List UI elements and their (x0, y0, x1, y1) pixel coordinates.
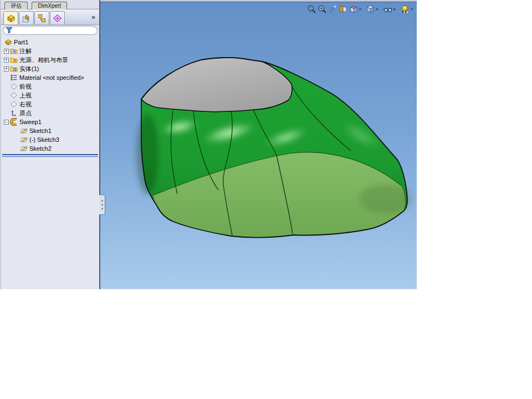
expand-plus-box[interactable]: + (4, 66, 9, 71)
zoom-to-fit-button[interactable] (306, 4, 317, 14)
section-view-icon (339, 4, 348, 14)
tree-item-lights-cameras-scene[interactable]: + 光源、相机与布景 (1, 55, 99, 64)
sweep-feature-icon (10, 118, 18, 126)
tree-item-label: 右视 (19, 100, 32, 109)
featuremanager-tree: Part1 + A 注解 + 光源、相机与布景 (1, 38, 99, 153)
tree-item-origin[interactable]: 原点 (1, 109, 99, 117)
tree-item-sketch1[interactable]: Sketch1 (1, 126, 99, 135)
magic-wand-button[interactable] (328, 4, 338, 14)
dropdown-caret: ▾ (376, 7, 378, 12)
tree-item-label: Part1 (14, 39, 28, 45)
display-style-cube-icon (366, 4, 375, 14)
zoom-to-area-icon (318, 4, 327, 14)
model-top-face[interactable] (141, 58, 292, 112)
commandmanager-tab-strip: 评估 DimXpert (1, 0, 99, 9)
expand-plus-box[interactable]: + (4, 49, 9, 54)
sketch-icon (20, 127, 28, 135)
tree-item-annotations[interactable]: + A 注解 (1, 47, 99, 55)
tree-item-front-plane[interactable]: 前视 (1, 82, 99, 91)
zoom-to-fit-icon (307, 4, 316, 14)
zoom-to-area-button[interactable] (317, 4, 328, 14)
tree-item-label: 光源、相机与布景 (19, 56, 68, 64)
viewport-canvas[interactable] (100, 2, 417, 290)
model-sweep-solid[interactable] (136, 58, 412, 238)
part-icon (4, 38, 12, 46)
origin-icon (10, 109, 18, 117)
display-style-button[interactable]: ▾ (365, 4, 378, 14)
propertymanager-icon (22, 14, 31, 23)
rollback-bar[interactable] (2, 154, 98, 157)
tree-item-sketch3[interactable]: (-) Sketch3 (1, 135, 99, 144)
collapse-minus-box[interactable]: − (4, 120, 9, 125)
panel-splitter-handle[interactable] (99, 195, 105, 215)
graphics-viewport: ▾ ▾ ▾ (100, 2, 417, 289)
material-icon (10, 74, 18, 81)
plane-icon (10, 100, 18, 108)
tree-item-label: 上视 (19, 91, 32, 100)
tree-item-label: Sketch1 (29, 127, 52, 134)
filter-input[interactable] (13, 27, 94, 34)
tree-item-material[interactable]: Material <not specified> (1, 73, 99, 82)
tree-item-part1[interactable]: Part1 (1, 38, 99, 47)
sketch-icon (20, 145, 28, 152)
appearance-sphere-icon (400, 4, 410, 14)
hide-show-items-button[interactable]: ▾ (382, 4, 396, 14)
view-orientation-cube-icon (349, 4, 359, 14)
dropdown-caret: ▾ (359, 7, 361, 12)
tab-dimxpert[interactable]: DimXpert (32, 2, 67, 10)
tab-propertymanager[interactable] (19, 11, 34, 24)
tree-item-sweep1[interactable]: − Sweep1 (1, 117, 99, 126)
panel-overflow-chevron[interactable]: » (91, 13, 94, 21)
feature-panel: 评估 DimXpert (0, 0, 100, 289)
sketch-icon (20, 136, 28, 144)
view-orientation-button[interactable]: ▾ (349, 4, 362, 14)
solidworks-window: 评估 DimXpert (0, 0, 417, 289)
tab-evaluate[interactable]: 评估 (4, 2, 28, 10)
tree-item-label: Sketch2 (29, 145, 52, 152)
dropdown-caret: ▾ (393, 7, 396, 12)
tab-dimxpertmanager[interactable] (50, 11, 65, 24)
configurationmanager-icon (37, 14, 47, 23)
tree-filter (3, 25, 98, 35)
manager-tab-strip: » (1, 9, 99, 25)
tree-item-top-plane[interactable]: 上视 (1, 91, 99, 100)
tab-featuremanager-tree[interactable] (3, 11, 18, 24)
filter-funnel-icon (6, 27, 13, 34)
filter-row (1, 25, 99, 36)
expand-plus-box[interactable]: + (4, 58, 9, 63)
tree-item-label: Sweep1 (19, 119, 42, 125)
tree-item-solid-bodies[interactable]: + 实体(1) (1, 64, 99, 73)
svg-text:A: A (13, 49, 16, 53)
section-view-button[interactable] (338, 4, 349, 14)
dropdown-caret: ▾ (411, 7, 413, 12)
tree-item-label: 实体(1) (19, 65, 39, 73)
magic-wand-icon (328, 4, 337, 14)
tree-item-right-plane[interactable]: 右视 (1, 100, 99, 109)
edit-appearance-button[interactable]: ▾ (400, 4, 413, 14)
tree-item-label: 前视 (19, 83, 32, 91)
tree-item-sketch2[interactable]: Sketch2 (1, 144, 99, 153)
plane-icon (10, 91, 18, 99)
annotations-folder-icon: A (10, 47, 18, 55)
tree-item-label: (-) Sketch3 (29, 136, 59, 143)
eyeglasses-icon (383, 4, 393, 14)
tree-item-label: Material <not specified> (19, 74, 84, 81)
heads-up-view-toolbar: ▾ ▾ ▾ (306, 4, 413, 14)
plane-icon (10, 83, 18, 90)
tab-configurationmanager[interactable] (34, 11, 49, 24)
dimxpertmanager-icon (53, 14, 62, 23)
tree-item-label: 原点 (19, 109, 32, 117)
solid-bodies-folder-icon (10, 65, 18, 73)
lights-folder-icon (10, 56, 18, 64)
part-icon (6, 14, 16, 23)
tree-item-label: 注解 (19, 47, 32, 55)
